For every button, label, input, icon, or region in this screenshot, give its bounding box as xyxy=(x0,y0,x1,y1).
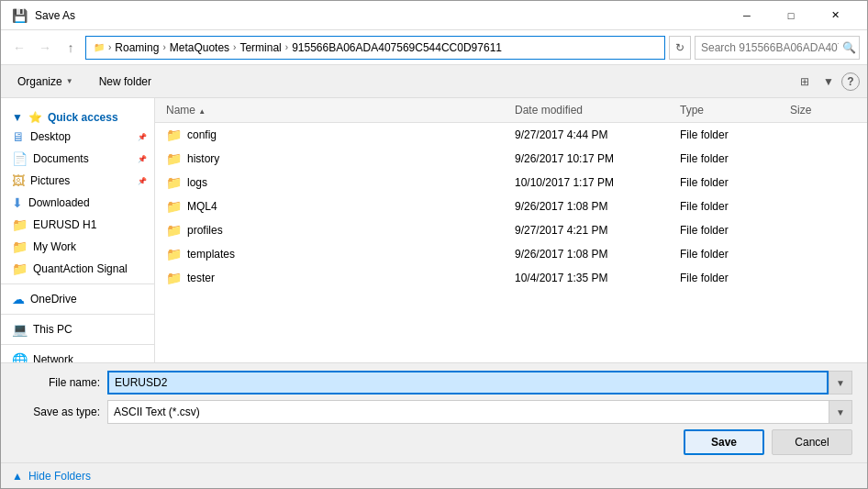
column-size[interactable]: Size xyxy=(786,102,860,118)
folder-icon: 📁 xyxy=(166,271,182,285)
sidebar-item-label: My Work xyxy=(33,240,76,253)
file-type: File folder xyxy=(680,176,729,189)
file-name-cell: 📁 profiles xyxy=(162,223,511,238)
hide-folders-arrow-icon: ▲ xyxy=(12,470,23,483)
new-folder-label: New folder xyxy=(99,75,151,88)
column-name[interactable]: Name ▲ xyxy=(162,102,511,118)
save-button[interactable]: Save xyxy=(684,429,764,455)
help-button[interactable]: ? xyxy=(841,72,860,91)
sidebar-item-onedrive[interactable]: ☁ OneDrive xyxy=(1,288,154,310)
sidebar-item-desktop[interactable]: 🖥 Desktop 📌 xyxy=(1,126,154,148)
organize-button[interactable]: Organize ▼ xyxy=(8,72,83,91)
path-guid[interactable]: 915566BA06ADA407569C544CC0D97611 xyxy=(292,41,502,54)
file-date-cell: 9/26/2017 1:08 PM xyxy=(511,200,676,213)
column-date[interactable]: Date modified xyxy=(511,102,676,118)
search-input[interactable] xyxy=(701,41,839,54)
pin-icon-documents: 📌 xyxy=(138,155,147,163)
close-button[interactable]: ✕ xyxy=(814,6,856,25)
hide-folders-footer[interactable]: ▲ Hide Folders xyxy=(1,462,867,488)
sort-arrow-icon: ▲ xyxy=(198,107,206,116)
col-date-label: Date modified xyxy=(515,104,583,117)
file-type: File folder xyxy=(680,152,729,165)
window-controls: ─ □ ✕ xyxy=(726,6,856,25)
title-bar: 💾 Save As ─ □ ✕ xyxy=(1,1,867,30)
sidebar-divider-3 xyxy=(1,344,154,345)
sidebar-item-documents[interactable]: 📄 Documents 📌 xyxy=(1,148,154,170)
sidebar-item-mywork[interactable]: 📁 My Work xyxy=(1,236,154,258)
cancel-button[interactable]: Cancel xyxy=(772,429,852,455)
sidebar-item-quantaction[interactable]: 📁 QuantAction Signal xyxy=(1,258,154,280)
sidebar-item-label: OneDrive xyxy=(30,293,77,306)
file-date-cell: 10/4/2017 1:35 PM xyxy=(511,272,676,284)
path-sep-4: › xyxy=(285,42,288,52)
saveastype-select[interactable]: ASCII Text (*.csv) xyxy=(107,400,852,424)
sidebar-item-label: Pictures xyxy=(30,174,70,187)
table-row[interactable]: 📁 MQL4 9/26/2017 1:08 PM File folder xyxy=(155,194,867,218)
address-path[interactable]: 📁 › Roaming › MetaQuotes › Terminal › 91… xyxy=(85,36,665,60)
table-row[interactable]: 📁 history 9/26/2017 10:17 PM File folder xyxy=(155,147,867,171)
file-name: tester xyxy=(187,272,215,284)
pc-icon: 💻 xyxy=(12,322,28,337)
sidebar-item-pictures[interactable]: 🖼 Pictures 📌 xyxy=(1,170,154,192)
file-date: 9/27/2017 4:21 PM xyxy=(515,224,607,237)
file-list-header: Name ▲ Date modified Type Size xyxy=(155,98,867,123)
table-row[interactable]: 📁 config 9/27/2017 4:44 PM File folder xyxy=(155,123,867,147)
file-name-cell: 📁 history xyxy=(162,151,511,166)
quantaction-folder-icon: 📁 xyxy=(12,261,28,276)
table-row[interactable]: 📁 logs 10/10/2017 1:17 PM File folder xyxy=(155,171,867,194)
file-date: 9/27/2017 4:44 PM xyxy=(515,128,607,141)
filename-dropdown-arrow[interactable]: ▼ xyxy=(829,371,852,395)
forward-button[interactable]: → xyxy=(34,37,56,59)
table-row[interactable]: 📁 profiles 9/27/2017 4:21 PM File folder xyxy=(155,218,867,242)
main-content: ▼ ⭐ Quick access 🖥 Desktop 📌 📄 Documents… xyxy=(1,98,867,362)
sidebar-item-eurusd[interactable]: 📁 EURUSD H1 xyxy=(1,214,154,236)
file-type-cell: File folder xyxy=(676,200,786,213)
path-sep-1: › xyxy=(108,42,111,52)
file-date: 9/26/2017 1:08 PM xyxy=(515,200,607,213)
up-button[interactable]: ↑ xyxy=(60,37,82,59)
path-start-icon: 📁 xyxy=(94,42,105,52)
section-arrow-icon: ▼ xyxy=(12,111,23,124)
path-roaming[interactable]: Roaming xyxy=(115,41,159,54)
address-bar: ← → ↑ 📁 › Roaming › MetaQuotes › Termina… xyxy=(1,30,867,65)
back-button[interactable]: ← xyxy=(8,37,30,59)
file-name: history xyxy=(187,152,219,165)
file-type-cell: File folder xyxy=(676,248,786,261)
sidebar-item-thispc[interactable]: 💻 This PC xyxy=(1,318,154,340)
filename-label: File name: xyxy=(16,376,107,389)
sidebar-item-label: Network xyxy=(33,353,73,362)
maximize-button[interactable]: □ xyxy=(770,6,812,25)
save-as-dialog: 💾 Save As ─ □ ✕ ← → ↑ 📁 › Roaming › Meta… xyxy=(0,0,868,489)
file-date-cell: 9/27/2017 4:21 PM xyxy=(511,224,676,237)
folder-icon: 📁 xyxy=(166,223,182,238)
table-row[interactable]: 📁 tester 10/4/2017 1:35 PM File folder xyxy=(155,266,867,290)
minimize-button[interactable]: ─ xyxy=(726,6,768,25)
title-bar-left: 💾 Save As xyxy=(12,8,75,23)
sidebar-item-downloaded[interactable]: ⬇ Downloaded xyxy=(1,192,154,214)
path-sep-2: › xyxy=(162,42,165,52)
folder-icon: 📁 xyxy=(166,247,182,261)
path-terminal[interactable]: Terminal xyxy=(239,41,281,54)
view-arrow-button[interactable]: ▼ xyxy=(818,71,840,93)
new-folder-button[interactable]: New folder xyxy=(90,72,161,91)
file-date-cell: 9/26/2017 10:17 PM xyxy=(511,152,676,165)
downloaded-folder-icon: ⬇ xyxy=(12,195,23,210)
sidebar-item-network[interactable]: 🌐 Network xyxy=(1,349,154,362)
file-type-cell: File folder xyxy=(676,272,786,284)
col-type-label: Type xyxy=(680,104,704,117)
file-date: 9/26/2017 10:17 PM xyxy=(515,152,614,165)
file-rows-container: 📁 config 9/27/2017 4:44 PM File folder 📁… xyxy=(155,123,867,290)
view-toggle-button[interactable]: ⊞ xyxy=(794,71,816,93)
quick-access-header[interactable]: ▼ ⭐ Quick access xyxy=(1,106,154,126)
column-type[interactable]: Type xyxy=(676,102,786,118)
file-type-cell: File folder xyxy=(676,152,786,165)
file-date-cell: 10/10/2017 1:17 PM xyxy=(511,176,676,189)
filename-input[interactable] xyxy=(107,371,829,395)
file-name-cell: 📁 config xyxy=(162,128,511,142)
sidebar-item-label: Documents xyxy=(33,152,89,165)
table-row[interactable]: 📁 templates 9/26/2017 1:08 PM File folde… xyxy=(155,242,867,266)
search-box[interactable]: 🔍 xyxy=(695,36,860,60)
desktop-folder-icon: 🖥 xyxy=(12,129,25,144)
path-metaquotes[interactable]: MetaQuotes xyxy=(170,41,229,54)
refresh-button[interactable]: ↻ xyxy=(669,36,691,60)
